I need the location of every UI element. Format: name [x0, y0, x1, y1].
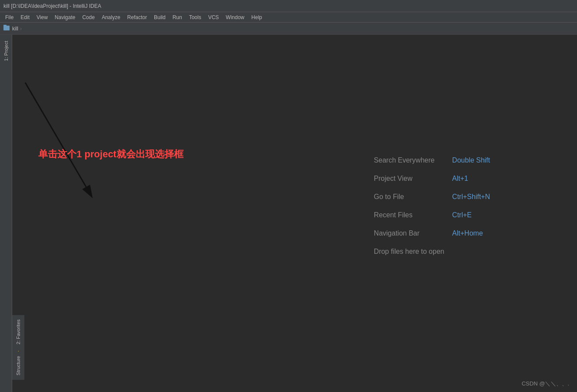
breadcrumb-project-name[interactable]: kill	[12, 26, 18, 32]
menu-file[interactable]: File	[2, 12, 17, 22]
shortcut-search-everywhere: Search Everywhere Double Shift	[374, 156, 490, 164]
shortcuts-panel: Search Everywhere Double Shift Project V…	[374, 156, 490, 266]
sidebar-tab-project[interactable]: 1: Project	[1, 37, 11, 65]
shortcut-label-recent: Recent Files	[374, 211, 452, 219]
structure-panel: Structure	[12, 352, 24, 380]
menu-refactor[interactable]: Refactor	[124, 12, 150, 22]
svg-rect-1	[3, 25, 7, 26]
favorites-panel: 2: Favorites ★	[12, 315, 24, 357]
breadcrumb-bar: kill ›	[0, 23, 577, 35]
shortcut-label-goto: Go to File	[374, 193, 452, 201]
title-bar: kill [D:\IDEA\IdeaProject\kill] - Intell…	[0, 0, 577, 12]
sidebar-tab-favorites[interactable]: 2: Favorites	[13, 315, 23, 349]
menu-edit[interactable]: Edit	[17, 12, 33, 22]
svg-rect-0	[3, 26, 10, 30]
shortcut-label-nav: Navigation Bar	[374, 229, 452, 237]
menu-help[interactable]: Help	[248, 12, 266, 22]
menu-run[interactable]: Run	[169, 12, 186, 22]
menu-code[interactable]: Code	[79, 12, 98, 22]
svg-line-3	[25, 83, 86, 187]
shortcut-project-view: Project View Alt+1	[374, 175, 490, 183]
shortcut-nav-bar: Navigation Bar Alt+Home	[374, 229, 490, 237]
title-text: kill [D:\IDEA\IdeaProject\kill] - Intell…	[3, 3, 101, 9]
menu-analyze[interactable]: Analyze	[98, 12, 124, 22]
shortcut-drop-files: Drop files here to open	[374, 248, 490, 256]
shortcut-key-recent: Ctrl+E	[452, 211, 472, 219]
breadcrumb-folder-icon	[3, 25, 10, 32]
shortcut-label-project: Project View	[374, 175, 452, 183]
menu-navigate[interactable]: Navigate	[51, 12, 79, 22]
breadcrumb-separator: ›	[20, 26, 22, 32]
main-layout: 1: Project 单击这个1 project就会出现选择框 Search E…	[0, 35, 577, 392]
content-area: 单击这个1 project就会出现选择框 Search Everywhere D…	[12, 35, 577, 392]
shortcut-key-goto: Ctrl+Shift+N	[452, 193, 490, 201]
menu-window[interactable]: Window	[222, 12, 248, 22]
menu-vcs[interactable]: VCS	[205, 12, 223, 22]
sidebar-tab-structure[interactable]: Structure	[13, 352, 23, 380]
shortcut-recent-files: Recent Files Ctrl+E	[374, 211, 490, 219]
menu-view[interactable]: View	[33, 12, 51, 22]
annotation-layer: 单击这个1 project就会出现选择框	[12, 35, 577, 392]
shortcut-goto-file: Go to File Ctrl+Shift+N	[374, 193, 490, 201]
annotation-text: 单击这个1 project就会出现选择框	[38, 148, 183, 161]
annotation-arrow	[12, 70, 143, 209]
menu-bar: File Edit View Navigate Code Analyze Ref…	[0, 12, 577, 23]
shortcut-key-search: Double Shift	[452, 156, 490, 164]
menu-tools[interactable]: Tools	[186, 12, 205, 22]
shortcut-label-drop: Drop files here to open	[374, 248, 452, 256]
shortcut-key-project: Alt+1	[452, 175, 468, 183]
shortcut-key-nav: Alt+Home	[452, 229, 483, 237]
left-sidebar: 1: Project	[0, 35, 12, 392]
csdn-watermark: CSDN @＼＼、、.	[518, 378, 573, 390]
shortcut-label-search: Search Everywhere	[374, 156, 452, 164]
menu-build[interactable]: Build	[150, 12, 169, 22]
